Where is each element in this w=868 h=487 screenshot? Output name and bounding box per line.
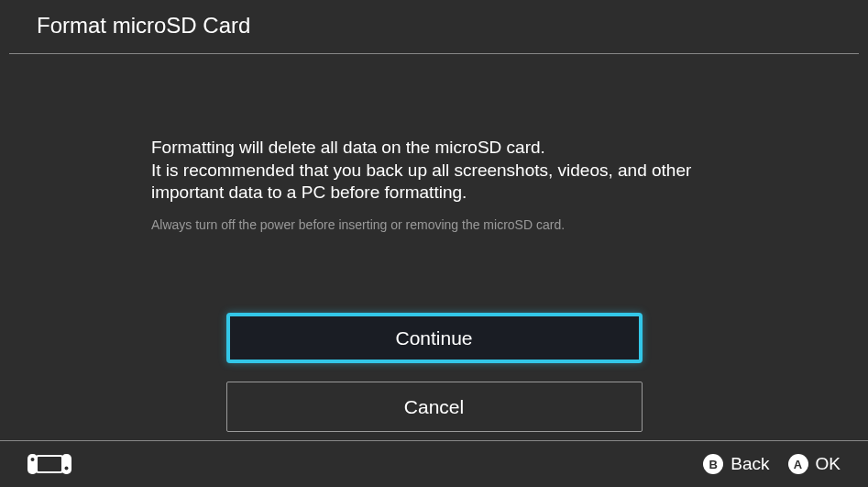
button-container: Continue Cancel [151, 313, 717, 432]
footer-bar: B Back A OK [0, 440, 868, 487]
back-hint[interactable]: B Back [703, 454, 769, 474]
warning-message: Formatting will delete all data on the m… [151, 137, 717, 205]
footer-left [27, 454, 71, 474]
warning-line-2: It is recommended that you back up all s… [151, 160, 691, 203]
footer-right: B Back A OK [703, 454, 841, 474]
svg-point-4 [65, 467, 69, 470]
svg-rect-1 [37, 456, 62, 472]
page-title: Format microSD Card [37, 13, 868, 39]
continue-button[interactable]: Continue [226, 313, 643, 363]
ok-hint[interactable]: A OK [788, 454, 841, 474]
header: Format microSD Card [0, 0, 868, 53]
controller-icon [27, 454, 71, 474]
warning-line-1: Formatting will delete all data on the m… [151, 138, 545, 157]
a-button-icon: A [788, 454, 808, 474]
svg-rect-2 [61, 454, 71, 474]
content-area: Formatting will delete all data on the m… [0, 54, 868, 432]
b-button-icon: B [703, 454, 723, 474]
back-label: Back [731, 454, 769, 474]
svg-point-3 [31, 458, 35, 461]
hint-message: Always turn off the power before inserti… [151, 217, 717, 232]
cancel-button[interactable]: Cancel [226, 382, 643, 432]
ok-label: OK [816, 454, 841, 474]
